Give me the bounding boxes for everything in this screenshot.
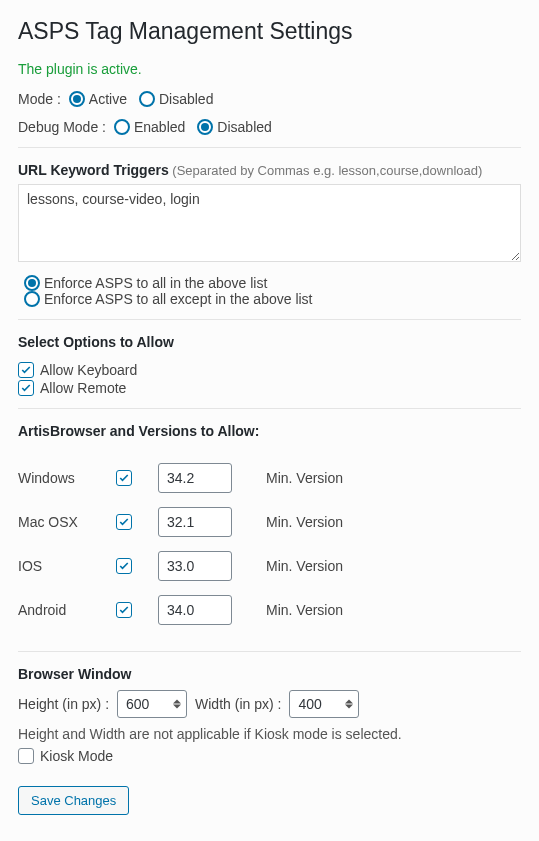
mode-active-radio[interactable]: Active xyxy=(63,91,127,107)
artis-title: ArtisBrowser and Versions to Allow: xyxy=(18,423,521,439)
table-row: Android Min. Version xyxy=(18,595,343,625)
enforce-all-radio[interactable]: Enforce ASPS to all in the above list xyxy=(18,275,267,291)
plugin-status: The plugin is active. xyxy=(18,61,521,77)
debug-label: Debug Mode : xyxy=(18,119,106,135)
mode-disabled-label: Disabled xyxy=(159,91,213,107)
mode-label: Mode : xyxy=(18,91,61,107)
divider xyxy=(18,147,521,148)
macosx-checkbox[interactable] xyxy=(116,514,158,530)
checkbox-icon xyxy=(116,602,132,618)
mode-active-label: Active xyxy=(89,91,127,107)
debug-enabled-label: Enabled xyxy=(134,119,185,135)
min-version-label: Min. Version xyxy=(248,463,343,493)
url-triggers-section: URL Keyword Triggers (Separated by Comma… xyxy=(18,162,521,275)
page-title: ASPS Tag Management Settings xyxy=(18,18,521,45)
enforce-row: Enforce ASPS to all in the above list En… xyxy=(18,275,521,307)
allow-options-title: Select Options to Allow xyxy=(18,334,521,350)
radio-icon xyxy=(114,119,130,135)
kiosk-label: Kiosk Mode xyxy=(40,748,113,764)
divider xyxy=(18,651,521,652)
windows-version-input[interactable] xyxy=(158,463,232,493)
os-label: Windows xyxy=(18,463,116,493)
checkbox-icon xyxy=(18,380,34,396)
url-triggers-title: URL Keyword Triggers xyxy=(18,162,169,178)
os-label: IOS xyxy=(18,551,116,581)
allow-remote-checkbox[interactable]: Allow Remote xyxy=(18,380,521,396)
windows-checkbox[interactable] xyxy=(116,470,158,486)
radio-icon xyxy=(24,291,40,307)
url-triggers-input[interactable] xyxy=(18,184,521,262)
width-label: Width (in px) : xyxy=(195,696,281,712)
ios-version-input[interactable] xyxy=(158,551,232,581)
kiosk-note: Height and Width are not applicable if K… xyxy=(18,726,521,742)
min-version-label: Min. Version xyxy=(248,507,343,537)
url-triggers-hint: (Separated by Commas e.g. lesson,course,… xyxy=(172,163,482,178)
versions-table: Windows Min. Version Mac OSX Min. Versio… xyxy=(18,449,343,639)
android-version-input[interactable] xyxy=(158,595,232,625)
browser-window-row: Height (in px) : Width (in px) : xyxy=(18,690,521,718)
enforce-all-label: Enforce ASPS to all in the above list xyxy=(44,275,267,291)
os-label: Android xyxy=(18,595,116,625)
enforce-except-radio[interactable]: Enforce ASPS to all except in the above … xyxy=(18,291,313,307)
spinner-icon[interactable] xyxy=(345,700,355,709)
min-version-label: Min. Version xyxy=(248,551,343,581)
debug-disabled-radio[interactable]: Disabled xyxy=(191,119,271,135)
radio-icon xyxy=(197,119,213,135)
allow-remote-label: Allow Remote xyxy=(40,380,126,396)
table-row: Windows Min. Version xyxy=(18,463,343,493)
allow-keyboard-checkbox[interactable]: Allow Keyboard xyxy=(18,362,521,378)
radio-icon xyxy=(139,91,155,107)
checkbox-icon xyxy=(18,748,34,764)
ios-checkbox[interactable] xyxy=(116,558,158,574)
allow-keyboard-label: Allow Keyboard xyxy=(40,362,137,378)
divider xyxy=(18,319,521,320)
checkbox-icon xyxy=(116,514,132,530)
checkbox-icon xyxy=(116,558,132,574)
table-row: Mac OSX Min. Version xyxy=(18,507,343,537)
height-label: Height (in px) : xyxy=(18,696,109,712)
table-row: IOS Min. Version xyxy=(18,551,343,581)
radio-icon xyxy=(24,275,40,291)
mode-disabled-radio[interactable]: Disabled xyxy=(133,91,213,107)
debug-disabled-label: Disabled xyxy=(217,119,271,135)
spinner-icon[interactable] xyxy=(173,700,183,709)
debug-row: Debug Mode : Enabled Disabled xyxy=(18,119,521,135)
debug-enabled-radio[interactable]: Enabled xyxy=(108,119,185,135)
kiosk-checkbox[interactable]: Kiosk Mode xyxy=(18,748,521,764)
mode-row: Mode : Active Disabled xyxy=(18,91,521,107)
os-label: Mac OSX xyxy=(18,507,116,537)
android-checkbox[interactable] xyxy=(116,602,158,618)
radio-icon xyxy=(69,91,85,107)
checkbox-icon xyxy=(18,362,34,378)
enforce-except-label: Enforce ASPS to all except in the above … xyxy=(44,291,313,307)
checkbox-icon xyxy=(116,470,132,486)
macosx-version-input[interactable] xyxy=(158,507,232,537)
browser-window-title: Browser Window xyxy=(18,666,521,682)
min-version-label: Min. Version xyxy=(248,595,343,625)
divider xyxy=(18,408,521,409)
save-button[interactable]: Save Changes xyxy=(18,786,129,815)
